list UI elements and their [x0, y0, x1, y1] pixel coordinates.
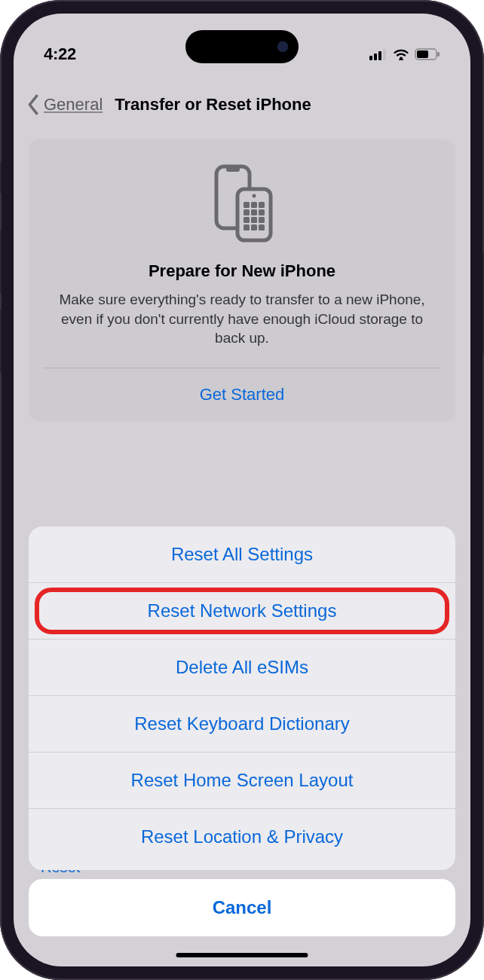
svg-point-4 [400, 57, 403, 60]
sheet-group: Reset All Settings Reset Network Setting… [29, 527, 455, 870]
chevron-left-icon [24, 94, 42, 115]
volume-down-button [0, 309, 2, 373]
svg-point-11 [253, 194, 256, 198]
action-sheet: Reset All Settings Reset Network Setting… [29, 527, 455, 936]
wifi-icon [393, 48, 409, 60]
sheet-item-label: Delete All eSIMs [176, 657, 308, 677]
svg-rect-17 [259, 209, 265, 215]
silence-switch [0, 162, 2, 194]
status-indicators [369, 48, 440, 60]
svg-rect-1 [374, 53, 377, 60]
screen: 4:22 [14, 14, 470, 966]
svg-rect-18 [244, 217, 250, 223]
reset-all-settings-item[interactable]: Reset All Settings [29, 527, 455, 583]
reset-location-privacy-item[interactable]: Reset Location & Privacy [29, 809, 455, 870]
svg-rect-14 [259, 202, 265, 208]
home-indicator[interactable] [176, 953, 308, 957]
page-content: General Transfer or Reset iPhone [14, 14, 470, 966]
camera-icon [277, 41, 288, 52]
svg-rect-15 [244, 209, 250, 215]
svg-rect-0 [369, 56, 372, 60]
svg-rect-12 [244, 202, 250, 208]
svg-rect-23 [259, 224, 265, 230]
svg-rect-21 [244, 224, 250, 230]
device-frame: 4:22 [0, 0, 484, 980]
svg-rect-9 [226, 166, 240, 172]
battery-icon [415, 48, 440, 60]
cellular-icon [369, 48, 388, 60]
reset-keyboard-dictionary-item[interactable]: Reset Keyboard Dictionary [29, 696, 455, 753]
status-time: 4:22 [44, 44, 76, 64]
volume-up-button [0, 230, 2, 294]
reset-network-settings-item[interactable]: Reset Network Settings [29, 583, 455, 640]
get-started-button[interactable]: Get Started [44, 368, 440, 421]
sheet-item-label: Reset Keyboard Dictionary [134, 713, 349, 734]
nav-header: General Transfer or Reset iPhone [14, 85, 470, 124]
prepare-description: Make sure everything's ready to transfer… [44, 290, 440, 368]
sheet-item-label: Reset All Settings [171, 544, 313, 564]
svg-rect-19 [251, 217, 257, 223]
svg-rect-2 [378, 51, 381, 60]
svg-rect-7 [437, 52, 440, 56]
svg-rect-20 [259, 217, 265, 223]
sheet-item-label: Reset Home Screen Layout [131, 770, 354, 790]
sheet-item-label: Reset Location & Privacy [141, 826, 343, 847]
prepare-card: Prepare for New iPhone Make sure everyth… [29, 139, 455, 421]
page-title: Transfer or Reset iPhone [115, 95, 311, 114]
svg-rect-6 [417, 50, 428, 58]
devices-icon [44, 162, 440, 245]
svg-rect-16 [251, 209, 257, 215]
reset-home-screen-layout-item[interactable]: Reset Home Screen Layout [29, 753, 455, 809]
prepare-title: Prepare for New iPhone [44, 261, 440, 281]
delete-all-esims-item[interactable]: Delete All eSIMs [29, 640, 455, 696]
svg-rect-22 [251, 224, 257, 230]
cancel-label: Cancel [213, 897, 272, 917]
back-button[interactable]: General [24, 94, 103, 115]
svg-rect-3 [383, 49, 386, 60]
sheet-item-label: Reset Network Settings [148, 600, 337, 621]
back-label: General [44, 95, 103, 114]
cancel-button[interactable]: Cancel [29, 879, 455, 936]
svg-rect-13 [251, 202, 257, 208]
dynamic-island [185, 30, 299, 63]
